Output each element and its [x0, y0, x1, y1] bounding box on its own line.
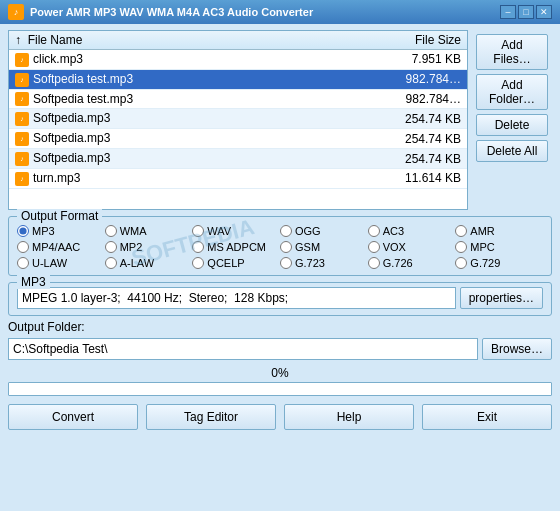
filename-column-header[interactable]: ↑ File Name — [9, 31, 310, 50]
file-table-container: ↑ File Name File Size ♪click.mp3 7.951 K… — [8, 30, 468, 210]
file-table-area[interactable]: ↑ File Name File Size ♪click.mp3 7.951 K… — [9, 31, 467, 209]
side-buttons: Add Files… Add Folder… Delete Delete All — [472, 30, 552, 210]
table-row[interactable]: ♪Softpedia test.mp3 982.784… — [9, 69, 467, 89]
exit-button[interactable]: Exit — [422, 404, 552, 430]
delete-button[interactable]: Delete — [476, 114, 548, 136]
format-label-g726: G.726 — [383, 257, 413, 269]
format-label-mp4aac: MP4/AAC — [32, 241, 80, 253]
help-button[interactable]: Help — [284, 404, 414, 430]
output-folder-input[interactable] — [8, 338, 478, 360]
format-radio-g723[interactable] — [280, 257, 292, 269]
progress-bar-container — [8, 382, 552, 396]
file-name-cell: ♪Softpedia test.mp3 — [9, 89, 310, 109]
format-option-mp2[interactable]: MP2 — [105, 241, 193, 253]
format-option-g723[interactable]: G.723 — [280, 257, 368, 269]
format-option-ogg[interactable]: OGG — [280, 225, 368, 237]
format-option-ms_adpcm[interactable]: MS ADPCM — [192, 241, 280, 253]
format-option-amr[interactable]: AMR — [455, 225, 543, 237]
file-name-cell: ♪Softpedia.mp3 — [9, 149, 310, 169]
format-option-a_law[interactable]: A-LAW — [105, 257, 193, 269]
table-row[interactable]: ♪turn.mp3 11.614 KB — [9, 168, 467, 188]
properties-button[interactable]: properties… — [460, 287, 543, 309]
format-label-a_law: A-LAW — [120, 257, 154, 269]
format-option-g726[interactable]: G.726 — [368, 257, 456, 269]
format-option-u_law[interactable]: U-LAW — [17, 257, 105, 269]
format-radio-a_law[interactable] — [105, 257, 117, 269]
format-option-wav[interactable]: WAV — [192, 225, 280, 237]
format-label-mpc: MPC — [470, 241, 494, 253]
file-name-cell: ♪Softpedia.mp3 — [9, 109, 310, 129]
add-files-button[interactable]: Add Files… — [476, 34, 548, 70]
mp3-input-row: properties… — [17, 287, 543, 309]
format-radio-mp3[interactable] — [17, 225, 29, 237]
format-label-ac3: AC3 — [383, 225, 404, 237]
format-radio-amr[interactable] — [455, 225, 467, 237]
close-button[interactable]: ✕ — [536, 5, 552, 19]
table-row[interactable]: ♪Softpedia.mp3 254.74 KB — [9, 149, 467, 169]
format-radio-ms_adpcm[interactable] — [192, 241, 204, 253]
format-label-ogg: OGG — [295, 225, 321, 237]
format-label-vox: VOX — [383, 241, 406, 253]
output-folder-input-row: Browse… — [8, 338, 552, 360]
table-row[interactable]: ♪Softpedia.mp3 254.74 KB — [9, 109, 467, 129]
file-size-cell: 982.784… — [310, 69, 467, 89]
format-label-qcelp: QCELP — [207, 257, 244, 269]
format-radio-vox[interactable] — [368, 241, 380, 253]
file-name-cell: ♪Softpedia test.mp3 — [9, 69, 310, 89]
format-option-mpc[interactable]: MPC — [455, 241, 543, 253]
format-radio-ac3[interactable] — [368, 225, 380, 237]
format-radio-mpc[interactable] — [455, 241, 467, 253]
file-name-cell: ♪click.mp3 — [9, 50, 310, 70]
format-option-ac3[interactable]: AC3 — [368, 225, 456, 237]
tag-editor-button[interactable]: Tag Editor — [146, 404, 276, 430]
format-option-wma[interactable]: WMA — [105, 225, 193, 237]
format-option-mp4aac[interactable]: MP4/AAC — [17, 241, 105, 253]
table-row[interactable]: ♪click.mp3 7.951 KB — [9, 50, 467, 70]
format-option-mp3[interactable]: MP3 — [17, 225, 105, 237]
format-label-ms_adpcm: MS ADPCM — [207, 241, 266, 253]
bottom-buttons: Convert Tag Editor Help Exit — [8, 404, 552, 430]
browse-button[interactable]: Browse… — [482, 338, 552, 360]
format-label-gsm: GSM — [295, 241, 320, 253]
window-title: Power AMR MP3 WAV WMA M4A AC3 Audio Conv… — [30, 6, 313, 18]
delete-all-button[interactable]: Delete All — [476, 140, 548, 162]
format-option-vox[interactable]: VOX — [368, 241, 456, 253]
title-bar: ♪ Power AMR MP3 WAV WMA M4A AC3 Audio Co… — [0, 0, 560, 24]
main-content: ↑ File Name File Size ♪click.mp3 7.951 K… — [0, 24, 560, 511]
file-name-cell: ♪turn.mp3 — [9, 168, 310, 188]
format-label-g723: G.723 — [295, 257, 325, 269]
format-radio-gsm[interactable] — [280, 241, 292, 253]
file-size-cell: 7.951 KB — [310, 50, 467, 70]
add-folder-button[interactable]: Add Folder… — [476, 74, 548, 110]
format-label-wma: WMA — [120, 225, 147, 237]
file-size-cell: 982.784… — [310, 89, 467, 109]
format-radio-ogg[interactable] — [280, 225, 292, 237]
format-option-gsm[interactable]: GSM — [280, 241, 368, 253]
table-row[interactable]: ♪Softpedia test.mp3 982.784… — [9, 89, 467, 109]
format-label-amr: AMR — [470, 225, 494, 237]
file-size-cell: 254.74 KB — [310, 109, 467, 129]
convert-button[interactable]: Convert — [8, 404, 138, 430]
file-size-cell: 11.614 KB — [310, 168, 467, 188]
format-radio-mp2[interactable] — [105, 241, 117, 253]
format-radio-g729[interactable] — [455, 257, 467, 269]
file-table: ↑ File Name File Size ♪click.mp3 7.951 K… — [9, 31, 467, 189]
format-radio-mp4aac[interactable] — [17, 241, 29, 253]
maximize-button[interactable]: □ — [518, 5, 534, 19]
format-option-g729[interactable]: G.729 — [455, 257, 543, 269]
format-radio-qcelp[interactable] — [192, 257, 204, 269]
format-radio-wav[interactable] — [192, 225, 204, 237]
window-controls: – □ ✕ — [500, 5, 552, 19]
table-row[interactable]: ♪Softpedia.mp3 254.74 KB — [9, 129, 467, 149]
minimize-button[interactable]: – — [500, 5, 516, 19]
format-label-g729: G.729 — [470, 257, 500, 269]
file-icon: ♪ — [15, 92, 29, 106]
format-radio-g726[interactable] — [368, 257, 380, 269]
format-radio-u_law[interactable] — [17, 257, 29, 269]
format-radio-wma[interactable] — [105, 225, 117, 237]
filesize-column-header[interactable]: File Size — [310, 31, 467, 50]
format-label-mp2: MP2 — [120, 241, 143, 253]
mp3-description-input[interactable] — [17, 287, 456, 309]
format-option-qcelp[interactable]: QCELP — [192, 257, 280, 269]
mp3-section-label: MP3 — [17, 275, 50, 289]
